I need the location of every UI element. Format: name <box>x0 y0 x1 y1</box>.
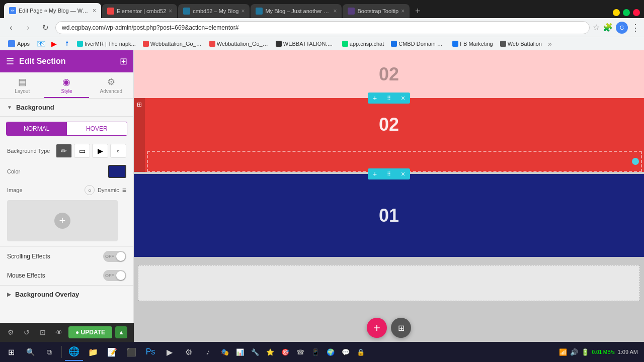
clock: 1:09 AM <box>618 349 638 355</box>
new-tab-button[interactable]: + <box>411 4 425 18</box>
toolbar-settings-icon[interactable]: ⚙ <box>4 326 17 339</box>
notepad-icon[interactable]: 📝 <box>103 343 121 361</box>
facebook-icon[interactable]: f <box>61 38 73 50</box>
section-add-btn-top[interactable]: + <box>368 93 382 104</box>
fab-add-button[interactable]: + <box>367 318 387 338</box>
tab-cmbd[interactable]: cmbd52 – My Blog × <box>178 4 250 18</box>
bg-type-slide-btn[interactable]: ▫ <box>110 144 126 158</box>
save-dropdown-btn[interactable]: ▲ <box>115 326 127 338</box>
fb-label: FB Marketing <box>460 41 493 47</box>
background-section-header[interactable]: ▼ Background <box>0 99 133 117</box>
apps-taskbar-icon[interactable]: ▶ <box>160 343 179 361</box>
section-add-btn-bottom[interactable]: + <box>368 168 382 179</box>
canvas-empty-section[interactable] <box>138 265 640 301</box>
close-button[interactable] <box>633 9 640 16</box>
panel-grid-icon[interactable]: ⊞ <box>120 56 127 67</box>
section-drag-btn-top[interactable]: ⠿ <box>382 93 396 104</box>
webbattalion2-bookmark[interactable]: Webbattalion_Go_A... <box>206 40 272 48</box>
bg-type-color-btn[interactable]: ✏ <box>56 144 72 158</box>
image-circle-btn[interactable]: ○ <box>85 185 95 195</box>
extensions-icon[interactable]: 🧩 <box>603 23 613 32</box>
youtube-icon[interactable]: ▶ <box>48 38 60 50</box>
reload-button[interactable]: ↻ <box>38 21 52 35</box>
tab-bootstrap[interactable]: Bootstrap Tooltip × <box>343 4 410 18</box>
maximize-button[interactable] <box>623 9 630 16</box>
mouse-effects-toggle[interactable]: OFF <box>103 270 126 281</box>
panel-content: ▼ Background NORMAL HOVER Background Typ… <box>0 99 133 342</box>
background-chevron-icon: ▼ <box>7 105 12 110</box>
tab-myblog[interactable]: My Blog – Just another WordP... × <box>251 4 342 18</box>
section-delete-btn-bottom[interactable]: × <box>396 168 410 179</box>
tab-close-4[interactable]: × <box>333 8 337 15</box>
apps-bookmark[interactable]: Apps <box>4 39 34 48</box>
fab-folder-button[interactable]: ⊞ <box>391 318 411 338</box>
web-battalion-bookmark[interactable]: Web Battalion <box>497 40 545 48</box>
photoshop-icon[interactable]: Ps <box>141 343 159 361</box>
music-icon[interactable]: ♪ <box>199 343 217 361</box>
fab-container: + ⊞ <box>367 318 411 338</box>
fb-marketing-bookmark[interactable]: FB Marketing <box>449 40 496 48</box>
forward-button[interactable]: › <box>21 21 35 35</box>
tab-elementor[interactable]: Elementor | cmbd52 × <box>102 4 177 18</box>
bookmark-star-icon[interactable]: ☆ <box>593 23 600 32</box>
wb1-label: Webbattalion_Go_A... <box>150 41 202 47</box>
toolbar-preview-icon[interactable]: 👁 <box>52 326 65 339</box>
network-icon[interactable]: 📶 <box>559 348 567 356</box>
dynamic-label: Dynamic <box>98 187 119 193</box>
crisp-bookmark[interactable]: app.crisp.chat <box>339 40 387 48</box>
tab-layout[interactable]: ▤ Layout <box>0 72 44 98</box>
state-hover-tab[interactable]: HOVER <box>67 122 127 135</box>
hamburger-menu-icon[interactable]: ☰ <box>6 56 14 67</box>
panel-header: ☰ Edit Section ⊞ <box>0 50 133 72</box>
canvas-area: 02 + ⠿ × ⊞ 02 <box>134 50 644 342</box>
chrome-taskbar-icon[interactable]: 🌐 <box>65 343 83 361</box>
tab-edit-page[interactable]: ✏ Edit Page « My Blog — WordP... × <box>4 3 101 18</box>
toolbar-history-icon[interactable]: ↺ <box>20 326 33 339</box>
battery-icon[interactable]: 🔋 <box>581 348 589 356</box>
taskview-icon[interactable]: ⧉ <box>40 343 58 361</box>
bg-type-label: Background Type <box>7 148 52 154</box>
more-bookmarks-icon[interactable]: » <box>546 40 554 48</box>
gmail-icon[interactable]: 📧 <box>35 38 47 50</box>
file-explorer-icon[interactable]: 📁 <box>84 343 102 361</box>
tab-favicon-5 <box>348 8 355 15</box>
advanced-icon: ⚙ <box>107 76 115 87</box>
bg-type-video-btn[interactable]: ▶ <box>92 144 108 158</box>
tab-close-5[interactable]: × <box>401 8 405 15</box>
terminal-icon[interactable]: ⬛ <box>122 343 140 361</box>
image-menu-icon[interactable]: ≡ <box>122 186 126 194</box>
settings-taskbar-icon[interactable]: ⚙ <box>180 343 198 361</box>
address-bar[interactable]: wd.eqpbay.com/wp-admin/post.php?post=669… <box>55 21 590 34</box>
toolbar-responsive-icon[interactable]: ⊡ <box>36 326 49 339</box>
color-label: Color <box>7 168 104 174</box>
color-swatch[interactable] <box>108 165 126 178</box>
image-placeholder[interactable]: + <box>7 200 118 241</box>
bg-type-image-btn[interactable]: ▭ <box>74 144 90 158</box>
tab-advanced[interactable]: ⚙ Advanced <box>89 72 133 98</box>
fivermr-bookmark[interactable]: fiverMR | The napk... <box>74 40 139 48</box>
cmbd-label: CMBD Domain Hos... <box>398 41 445 47</box>
tab-close-3[interactable]: × <box>241 8 245 15</box>
cmbd-domain-bookmark[interactable]: CMBD Domain Hos... <box>388 40 448 48</box>
minimize-button[interactable] <box>613 9 620 16</box>
tab-close-2[interactable]: × <box>169 8 172 15</box>
menu-button[interactable]: ⋮ <box>631 22 640 33</box>
state-normal-tab[interactable]: NORMAL <box>7 122 67 135</box>
section-left-handle[interactable]: ⊞ <box>134 98 145 172</box>
red-section-top: 02 <box>134 98 644 151</box>
search-taskbar-icon[interactable]: 🔍 <box>21 343 39 361</box>
section-drag-btn-bottom[interactable]: ⠿ <box>382 168 396 179</box>
profile-icon[interactable]: G <box>616 22 628 34</box>
volume-icon[interactable]: 🔊 <box>570 348 578 356</box>
webbattalion1-bookmark[interactable]: Webbattalion_Go_A... <box>140 40 205 48</box>
back-button[interactable]: ‹ <box>4 21 18 35</box>
save-button[interactable]: ● UPDATE <box>68 326 112 338</box>
wbattalion-label: Web Battalion <box>508 41 542 47</box>
tab-style[interactable]: ◉ Style <box>44 72 89 98</box>
start-button[interactable]: ⊞ <box>2 343 20 361</box>
section-delete-btn-top[interactable]: × <box>396 93 410 104</box>
scrolling-effects-toggle[interactable]: OFF <box>103 251 126 262</box>
webbattalion3-bookmark[interactable]: WEBBATTALION.CO... <box>273 40 338 48</box>
background-overlay-row[interactable]: ▶ Background Overlay <box>0 285 133 303</box>
tab-close-btn[interactable]: × <box>93 7 96 14</box>
